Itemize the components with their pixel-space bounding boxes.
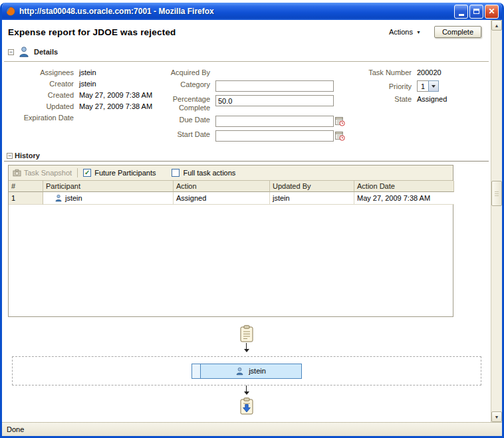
percentage-complete-input[interactable] (215, 95, 334, 106)
column-header-updated-by[interactable]: Updated By (270, 181, 354, 192)
calendar-icon[interactable] (335, 116, 345, 126)
details-section-title: Details (34, 48, 58, 56)
category-input[interactable] (215, 80, 334, 92)
table-row-participant[interactable]: jstein (43, 192, 174, 205)
column-header-action-date[interactable]: Action Date (354, 181, 454, 192)
priority-select[interactable]: 1 (417, 80, 461, 92)
created-label: Created (5, 91, 74, 100)
person-icon (235, 367, 244, 376)
full-task-actions-checkbox[interactable]: Full task actions (172, 169, 235, 177)
checkbox-checked-icon: ✓ (83, 169, 91, 177)
assignees-value: jstein (79, 68, 162, 77)
history-table-empty-area (9, 205, 453, 316)
window-title: http://sta00048.us.oracle.com:7001 - Moz… (19, 7, 451, 16)
task-number-value: 200020 (417, 68, 461, 77)
actions-label: Actions (389, 28, 413, 36)
table-row-num[interactable]: 1 (9, 192, 43, 205)
column-header-action[interactable]: Action (174, 181, 270, 192)
updated-value: May 27, 2009 7:38 AM (79, 102, 162, 111)
person-icon (18, 46, 30, 58)
table-row-action[interactable]: Assigned (174, 192, 270, 205)
due-date-input[interactable] (215, 116, 334, 127)
priority-dropdown-button[interactable] (428, 80, 439, 92)
collapse-history-icon[interactable]: − (7, 153, 13, 159)
expiration-date-label: Expiration Date (5, 114, 74, 122)
status-text: Done (7, 425, 24, 433)
person-icon (55, 194, 63, 202)
scroll-down-button[interactable]: ▼ (491, 411, 502, 422)
future-participants-checkbox[interactable]: ✓ Future Participants (83, 169, 156, 177)
chevron-down-icon: ▼ (416, 30, 421, 35)
task-start-icon (239, 325, 255, 343)
scroll-up-button[interactable]: ▲ (491, 20, 502, 31)
column-header-num[interactable]: # (9, 181, 43, 192)
collapse-details-icon[interactable]: − (8, 49, 14, 55)
creator-label: Creator (5, 80, 74, 88)
close-button[interactable]: ✕ (485, 5, 499, 19)
chevron-down-icon (432, 85, 436, 90)
creator-value: jstein (79, 80, 162, 88)
full-task-actions-label: Full task actions (183, 169, 235, 177)
participant-name: jstein (65, 194, 82, 202)
created-value: May 27, 2009 7:38 AM (79, 91, 162, 100)
complete-button[interactable]: Complete (434, 26, 481, 38)
column-header-participant[interactable]: Participant (43, 181, 174, 192)
task-snapshot-button[interactable]: Task Snapshot (13, 169, 72, 177)
task-snapshot-icon (13, 169, 21, 177)
history-toolbar: Task Snapshot ✓ Future Participants Full… (9, 165, 453, 181)
flow-arrow-down-icon (244, 385, 249, 397)
updated-label: Updated (5, 102, 74, 111)
workflow-diagram: jstein (2, 325, 491, 415)
scrollbar-thumb[interactable] (491, 181, 502, 206)
priority-label: Priority (358, 82, 412, 91)
history-divider (4, 161, 489, 162)
maximize-button[interactable] (469, 5, 483, 19)
history-section-title: History (15, 152, 40, 160)
table-row-action-date[interactable]: May 27, 2009 7:38 AM (354, 192, 454, 205)
task-number-label: Task Number (358, 68, 412, 77)
history-table: # Participant Action Updated By Action D… (9, 181, 453, 205)
close-icon: ✕ (488, 7, 495, 16)
calendar-icon[interactable] (335, 131, 345, 141)
status-bar: Done (2, 422, 502, 436)
flow-arrow-down-icon (244, 343, 249, 355)
state-value: Assigned (417, 95, 461, 104)
start-date-label: Start Date (162, 130, 210, 139)
details-form: Assignees jstein Creator jstein Created … (2, 62, 491, 142)
assignees-label: Assignees (5, 68, 74, 77)
participant-node-strip (192, 364, 201, 378)
history-panel: Task Snapshot ✓ Future Participants Full… (8, 165, 453, 317)
table-row-updated-by[interactable]: jstein (270, 192, 354, 205)
participant-lane: jstein (12, 356, 481, 385)
participant-node[interactable]: jstein (191, 364, 302, 379)
toolbar-separator (77, 168, 78, 177)
future-participants-label: Future Participants (94, 169, 156, 177)
maximize-icon (473, 9, 479, 14)
task-snapshot-label: Task Snapshot (24, 169, 72, 177)
state-label: State (358, 95, 412, 104)
percentage-complete-label: Percentage Complete (162, 95, 210, 112)
start-date-input[interactable] (215, 130, 334, 142)
title-bar[interactable]: http://sta00048.us.oracle.com:7001 - Moz… (2, 3, 502, 20)
minimize-icon (459, 14, 464, 16)
task-end-icon (239, 397, 255, 415)
page-content: Expense report for JDOE was rejected Act… (2, 20, 491, 422)
page-title: Expense report for JDOE was rejected (8, 27, 176, 37)
due-date-label: Due Date (162, 116, 210, 124)
priority-value: 1 (417, 80, 428, 92)
category-label: Category (162, 80, 210, 89)
vertical-scrollbar[interactable]: ▲ ▼ (491, 20, 502, 422)
minimize-button[interactable] (454, 5, 468, 19)
checkbox-unchecked-icon (172, 169, 180, 177)
participant-node-label: jstein (249, 367, 266, 375)
browser-window: http://sta00048.us.oracle.com:7001 - Moz… (0, 3, 504, 438)
firefox-icon (5, 6, 16, 17)
acquired-by-label: Acquired By (162, 68, 210, 77)
window-controls: ✕ (454, 5, 499, 19)
actions-menu-button[interactable]: Actions ▼ (389, 28, 421, 36)
